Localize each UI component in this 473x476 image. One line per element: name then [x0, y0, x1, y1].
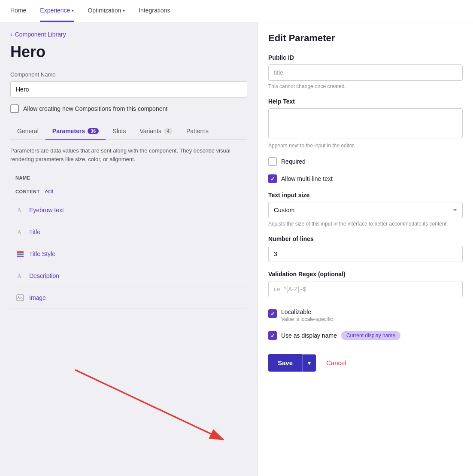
- allow-compositions-label: Allow creating new Compositions from thi…: [23, 105, 167, 112]
- allow-multiline-row: Allow multi-line text: [268, 174, 463, 183]
- component-name-input[interactable]: [10, 81, 247, 98]
- chevron-down-icon: ▾: [308, 360, 311, 366]
- number-of-lines-input[interactable]: [268, 246, 463, 262]
- page-title: Hero: [10, 43, 247, 61]
- parameters-badge: 36: [88, 128, 99, 134]
- required-label: Required: [281, 158, 306, 165]
- chevron-down-icon: ▾: [123, 8, 125, 13]
- svg-text:A: A: [17, 207, 22, 214]
- param-name-image: Image: [29, 294, 46, 301]
- cancel-button[interactable]: Cancel: [319, 354, 353, 372]
- localizable-label: Localizable: [281, 308, 333, 315]
- left-panel: ‹ Component Library Hero Component Name …: [0, 22, 258, 476]
- localizable-sub: Value is locale-specific: [281, 316, 333, 322]
- right-panel: Edit Parameter Public ID This cannot cha…: [258, 22, 473, 476]
- breadcrumb-label: Component Library: [15, 31, 66, 38]
- variants-badge: 4: [164, 128, 173, 134]
- tab-variants[interactable]: Variants 4: [133, 123, 179, 140]
- params-description: Parameters are data values that are sent…: [10, 146, 247, 163]
- save-button[interactable]: Save: [268, 354, 302, 372]
- localizable-row: Localizable Value is locale-specific: [268, 308, 463, 322]
- text-input-size-label: Text input size: [268, 192, 463, 198]
- save-row: Save ▾ Cancel: [268, 354, 463, 372]
- text-input-size-hint: Adjusts the size of this input in the in…: [268, 221, 463, 227]
- component-name-label: Component Name: [10, 71, 247, 78]
- allow-multiline-label: Allow multi-line text: [281, 175, 333, 182]
- svg-point-7: [18, 296, 19, 297]
- nav-item-optimization[interactable]: Optimization ▾: [88, 0, 125, 22]
- layers-icon: [15, 249, 25, 259]
- display-name-row: Use as display name Current display name: [268, 331, 463, 340]
- panel-title: Edit Parameter: [268, 33, 463, 44]
- display-name-checkbox[interactable]: [268, 331, 277, 340]
- svg-line-9: [75, 370, 223, 439]
- svg-text:A: A: [17, 273, 22, 279]
- display-name-label: Use as display name: [281, 332, 337, 339]
- required-checkbox[interactable]: [268, 157, 277, 166]
- allow-multiline-checkbox[interactable]: [268, 174, 277, 183]
- localizable-content: Localizable Value is locale-specific: [281, 308, 333, 322]
- text-input-size-select[interactable]: Custom: [268, 202, 463, 218]
- param-row-title[interactable]: A Title: [10, 221, 247, 243]
- param-row-eyebrow[interactable]: A Eyebrow text: [10, 199, 247, 221]
- current-display-badge: Current display name: [341, 331, 400, 340]
- tabs-bar: General Parameters 36 Slots Variants 4 P…: [10, 123, 247, 140]
- help-text-label: Help Text: [268, 98, 463, 105]
- svg-text:A: A: [17, 229, 22, 235]
- top-nav: Home Experience ▾ Optimization ▾ Integra…: [0, 0, 473, 22]
- content-edit-link[interactable]: edit: [45, 189, 53, 195]
- text-icon: A: [15, 271, 25, 281]
- breadcrumb-chevron-icon: ‹: [10, 31, 12, 38]
- nav-item-home[interactable]: Home: [10, 0, 26, 22]
- number-of-lines-label: Number of lines: [268, 235, 463, 242]
- param-name-description: Description: [29, 272, 59, 279]
- required-row: Required: [268, 157, 463, 166]
- param-name-title: Title: [29, 229, 40, 235]
- allow-compositions-checkbox[interactable]: [10, 104, 19, 113]
- validation-regex-input[interactable]: [268, 281, 463, 297]
- tab-slots[interactable]: Slots: [106, 123, 133, 140]
- content-label: CONTENT: [15, 189, 40, 194]
- text-icon: A: [15, 227, 25, 237]
- text-icon: A: [15, 205, 25, 215]
- param-row-image[interactable]: Image: [10, 287, 247, 309]
- chevron-down-icon: ▾: [72, 8, 74, 13]
- allow-compositions-row: Allow creating new Compositions from thi…: [10, 104, 247, 113]
- nav-item-integrations[interactable]: Integrations: [139, 0, 170, 22]
- table-header: NAME: [10, 172, 247, 184]
- nav-item-experience[interactable]: Experience ▾: [40, 0, 74, 22]
- save-dropdown-button[interactable]: ▾: [302, 354, 316, 372]
- tab-patterns[interactable]: Patterns: [179, 123, 215, 140]
- image-icon: [15, 293, 25, 302]
- public-id-label: Public ID: [268, 54, 463, 61]
- param-name-eyebrow: Eyebrow text: [29, 207, 64, 214]
- validation-regex-label: Validation Regex (optional): [268, 271, 463, 278]
- svg-rect-4: [17, 256, 24, 257]
- svg-rect-2: [17, 251, 24, 253]
- content-section-header: CONTENT edit: [10, 184, 247, 199]
- public-id-input[interactable]: [268, 64, 463, 81]
- help-text-input[interactable]: [268, 108, 463, 138]
- param-row-description[interactable]: A Description: [10, 265, 247, 287]
- tab-general[interactable]: General: [10, 123, 45, 140]
- localizable-checkbox[interactable]: [268, 309, 277, 318]
- tab-parameters[interactable]: Parameters 36: [45, 123, 106, 140]
- param-row-title-style[interactable]: Title Style: [10, 243, 247, 265]
- main-area: ‹ Component Library Hero Component Name …: [0, 22, 473, 476]
- params-table: NAME CONTENT edit A Eyebrow text A: [10, 172, 247, 309]
- public-id-hint: This cannot change once created.: [268, 83, 463, 89]
- breadcrumb[interactable]: ‹ Component Library: [10, 31, 247, 38]
- svg-rect-3: [17, 253, 24, 255]
- param-name-title-style: Title Style: [29, 250, 55, 257]
- help-text-hint: Appears next to the input in the editor.: [268, 143, 463, 149]
